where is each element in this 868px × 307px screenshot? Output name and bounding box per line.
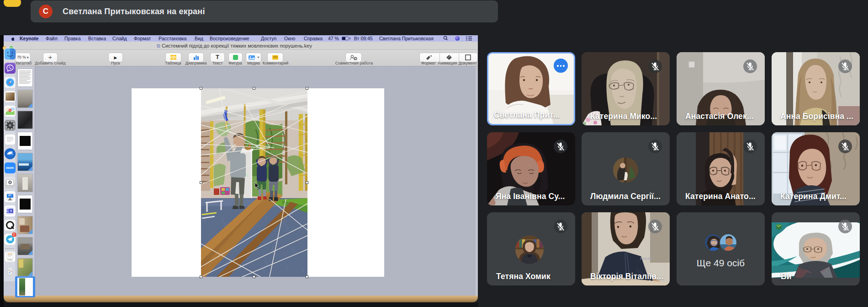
svg-text:PHILIPP: PHILIPP [640, 257, 652, 260]
